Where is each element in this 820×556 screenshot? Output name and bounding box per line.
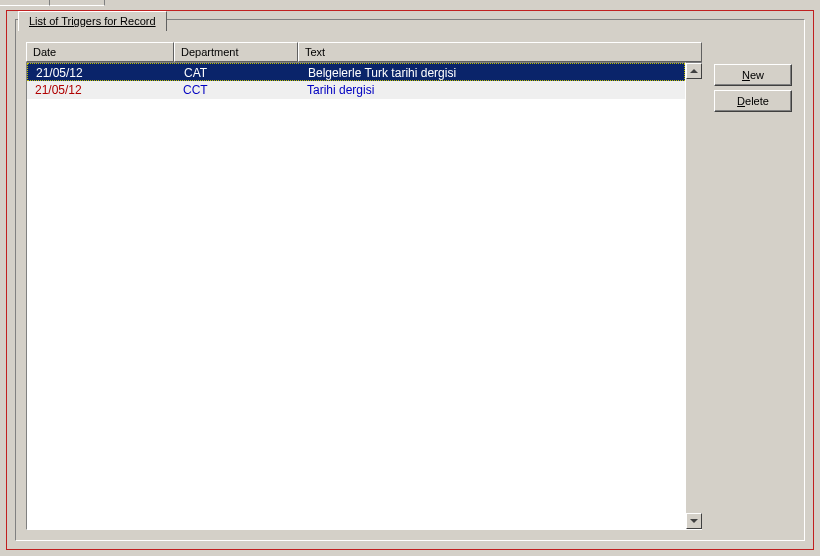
- top-tab-segment: [50, 0, 105, 6]
- table-row[interactable]: 21/05/12 CCT Tarihi dergisi: [27, 81, 685, 99]
- action-buttons: New Delete: [714, 64, 792, 116]
- chevron-down-icon: [690, 519, 698, 523]
- list-body[interactable]: 21/05/12 CAT Belgelerle Turk tarihi derg…: [26, 62, 686, 530]
- chevron-up-icon: [690, 69, 698, 73]
- cell-date: 21/05/12: [27, 81, 175, 99]
- new-button[interactable]: New: [714, 64, 792, 86]
- cell-date: 21/05/12: [28, 64, 176, 80]
- list-header-row: Date Department Text: [26, 42, 702, 62]
- cell-text: Belgelerle Turk tarihi dergisi: [300, 64, 684, 80]
- top-tab-segment: [0, 0, 50, 6]
- column-header-date[interactable]: Date: [26, 42, 174, 62]
- scroll-down-button[interactable]: [686, 513, 702, 529]
- vertical-scrollbar[interactable]: [686, 62, 702, 530]
- list-body-wrap: 21/05/12 CAT Belgelerle Turk tarihi derg…: [26, 62, 702, 530]
- dialog-frame: List of Triggers for Record Date Departm…: [6, 10, 814, 550]
- column-header-department[interactable]: Department: [174, 42, 298, 62]
- tab-triggers[interactable]: List of Triggers for Record: [18, 11, 167, 31]
- column-header-text[interactable]: Text: [298, 42, 702, 62]
- cell-text: Tarihi dergisi: [299, 81, 685, 99]
- tab-content: Date Department Text 21/05/12 CAT Belgel…: [26, 42, 794, 530]
- triggers-list: Date Department Text 21/05/12 CAT Belgel…: [26, 42, 702, 530]
- scroll-up-button[interactable]: [686, 63, 702, 79]
- cell-department: CCT: [175, 81, 299, 99]
- delete-button[interactable]: Delete: [714, 90, 792, 112]
- table-row[interactable]: 21/05/12 CAT Belgelerle Turk tarihi derg…: [27, 63, 685, 81]
- tab-panel: List of Triggers for Record Date Departm…: [15, 19, 805, 541]
- window-tabstrip-top: [0, 0, 820, 8]
- cell-department: CAT: [176, 64, 300, 80]
